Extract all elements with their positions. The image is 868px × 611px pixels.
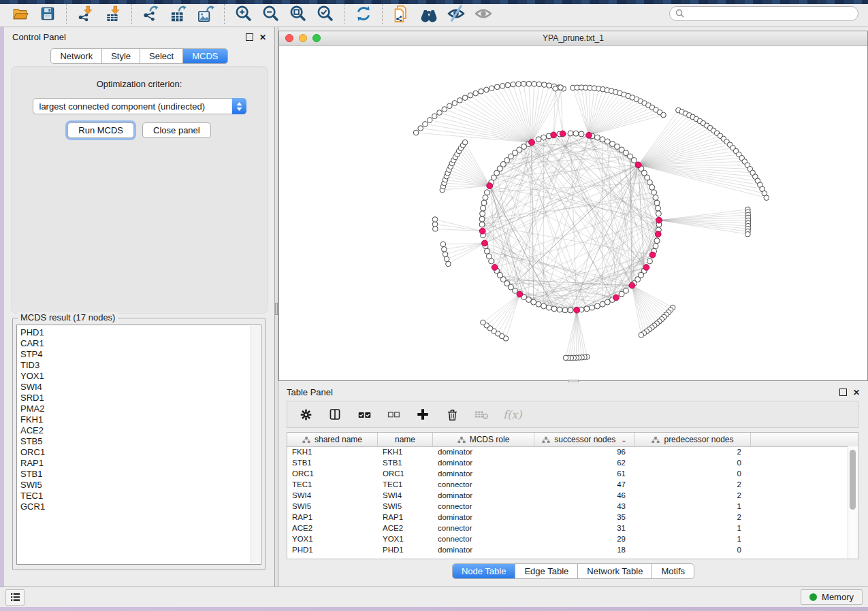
mcds-result-item[interactable]: TEC1 — [20, 491, 261, 501]
table-cell[interactable]: 2 — [635, 446, 751, 457]
splitter-handle[interactable] — [275, 303, 278, 315]
table-cell[interactable]: SWI4 — [287, 490, 378, 501]
tab-network-table[interactable]: Network Table — [578, 564, 652, 578]
table-cell[interactable] — [751, 533, 848, 544]
table-cell[interactable] — [751, 512, 848, 523]
table-cell[interactable]: 1 — [635, 533, 751, 544]
table-cell[interactable] — [751, 523, 848, 533]
tab-node-table[interactable]: Node Table — [453, 564, 516, 578]
table-cell[interactable]: FKH1 — [287, 446, 378, 457]
mcds-result-list[interactable]: PHD1CAR1STP4TID3YOX1SWI4SRD1PMA2FKH1ACE2… — [16, 325, 261, 565]
table-cell[interactable]: 2 — [635, 512, 751, 523]
column-header-name[interactable]: name — [378, 433, 433, 446]
mcds-list-scrollbar[interactable] — [251, 326, 260, 563]
float-panel-icon[interactable] — [246, 33, 253, 41]
table-cell[interactable]: dominator — [433, 544, 534, 555]
mcds-result-item[interactable]: ACE2 — [20, 425, 261, 436]
table-cell[interactable]: PHD1 — [378, 544, 433, 555]
open-file-icon[interactable] — [10, 3, 31, 24]
table-cell[interactable]: 0 — [635, 468, 751, 479]
deselect-all-icon[interactable] — [386, 407, 401, 422]
table-scrollbar-thumb[interactable] — [850, 450, 856, 510]
table-row[interactable]: PHD1PHD1dominator180 — [287, 544, 848, 555]
table-row[interactable]: SWI5SWI5connector431 — [287, 501, 848, 512]
table-row[interactable]: FKH1FKH1dominator962 — [287, 446, 848, 457]
mcds-result-item[interactable]: SRD1 — [20, 393, 261, 403]
tab-select[interactable]: Select — [140, 49, 183, 63]
mcds-result-item[interactable]: SWI4 — [20, 382, 261, 393]
tab-edge-table[interactable]: Edge Table — [515, 564, 578, 578]
zoom-selected-icon[interactable] — [315, 3, 336, 24]
refresh-view-icon[interactable] — [353, 3, 374, 24]
table-cell[interactable] — [751, 544, 848, 555]
table-cell[interactable]: TEC1 — [378, 479, 433, 490]
show-all-icon[interactable] — [473, 3, 494, 24]
table-cell[interactable] — [751, 490, 848, 501]
table-row[interactable]: SWI4SWI4dominator462 — [287, 490, 848, 501]
table-scrollbar[interactable] — [848, 446, 858, 559]
table-cell[interactable]: connector — [433, 479, 534, 490]
float-table-panel-icon[interactable] — [839, 389, 847, 396]
table-cell[interactable]: 62 — [534, 457, 635, 468]
export-table-icon[interactable] — [168, 3, 189, 24]
mcds-result-item[interactable]: FKH1 — [20, 414, 261, 425]
table-cell[interactable] — [751, 479, 848, 490]
run-mcds-button[interactable]: Run MCDS — [67, 122, 134, 138]
export-network-icon[interactable] — [141, 3, 161, 24]
table-cell[interactable] — [751, 457, 848, 468]
table-cell[interactable] — [751, 446, 848, 457]
tab-style[interactable]: Style — [102, 49, 140, 63]
mcds-result-item[interactable]: GCR1 — [20, 501, 261, 512]
close-table-panel-icon[interactable]: ✕ — [853, 389, 860, 396]
table-cell[interactable]: 61 — [534, 468, 635, 479]
table-cell[interactable]: 2 — [635, 490, 751, 501]
table-cell[interactable]: 43 — [534, 501, 635, 512]
memory-button[interactable]: Memory — [801, 589, 863, 605]
mcds-result-item[interactable]: PMA2 — [20, 403, 261, 414]
table-cell[interactable]: dominator — [433, 512, 534, 523]
table-cell[interactable]: dominator — [433, 457, 534, 468]
table-row[interactable]: TEC1TEC1connector472 — [287, 479, 848, 490]
table-cell[interactable]: connector — [433, 533, 534, 544]
mcds-result-item[interactable]: RAP1 — [20, 458, 261, 469]
table-cell[interactable]: 96 — [534, 446, 635, 457]
column-header-predecessor-nodes[interactable]: predecessor nodes — [635, 433, 751, 446]
task-history-button[interactable] — [5, 589, 25, 606]
table-cell[interactable]: dominator — [433, 446, 534, 457]
table-cell[interactable]: RAP1 — [287, 512, 378, 523]
table-cell[interactable]: ORC1 — [287, 468, 378, 479]
show-column-icon[interactable] — [327, 407, 342, 422]
export-image-icon[interactable] — [195, 3, 216, 24]
tab-motifs[interactable]: Motifs — [652, 564, 694, 578]
first-neighbors-icon[interactable] — [419, 3, 439, 24]
table-cell[interactable]: 47 — [534, 479, 635, 490]
table-cell[interactable]: ACE2 — [287, 523, 378, 533]
column-header-shared-name[interactable]: shared name — [287, 433, 378, 446]
network-canvas[interactable] — [279, 46, 867, 380]
table-cell[interactable] — [751, 501, 848, 512]
table-cell[interactable]: 1 — [635, 501, 751, 512]
clone-network-icon[interactable] — [391, 3, 412, 24]
table-cell[interactable]: 2 — [635, 479, 751, 490]
table-cell[interactable]: dominator — [433, 468, 534, 479]
mcds-result-item[interactable]: TID3 — [20, 360, 261, 371]
table-cell[interactable]: TEC1 — [287, 479, 378, 490]
tab-network[interactable]: Network — [51, 49, 102, 63]
zoom-in-icon[interactable] — [234, 3, 254, 24]
table-cell[interactable]: 46 — [534, 490, 635, 501]
mcds-result-item[interactable]: STP4 — [20, 349, 261, 360]
table-cell[interactable]: 31 — [534, 523, 635, 533]
network-window-titlebar[interactable]: YPA_prune.txt_1 — [279, 31, 867, 46]
zoom-out-icon[interactable] — [261, 3, 281, 24]
table-cell[interactable]: 18 — [534, 544, 635, 555]
column-header-mcds-role[interactable]: MCDS role — [433, 433, 534, 446]
select-all-icon[interactable] — [357, 407, 372, 422]
table-cell[interactable]: YOX1 — [378, 533, 433, 544]
table-cell[interactable]: STB1 — [378, 457, 433, 468]
import-table-icon[interactable] — [103, 3, 123, 24]
table-cell[interactable]: 0 — [635, 544, 751, 555]
table-cell[interactable]: dominator — [433, 490, 534, 501]
network-graph[interactable] — [279, 46, 867, 380]
table-cell[interactable]: 35 — [534, 512, 635, 523]
mcds-result-item[interactable]: ORC1 — [20, 447, 261, 458]
